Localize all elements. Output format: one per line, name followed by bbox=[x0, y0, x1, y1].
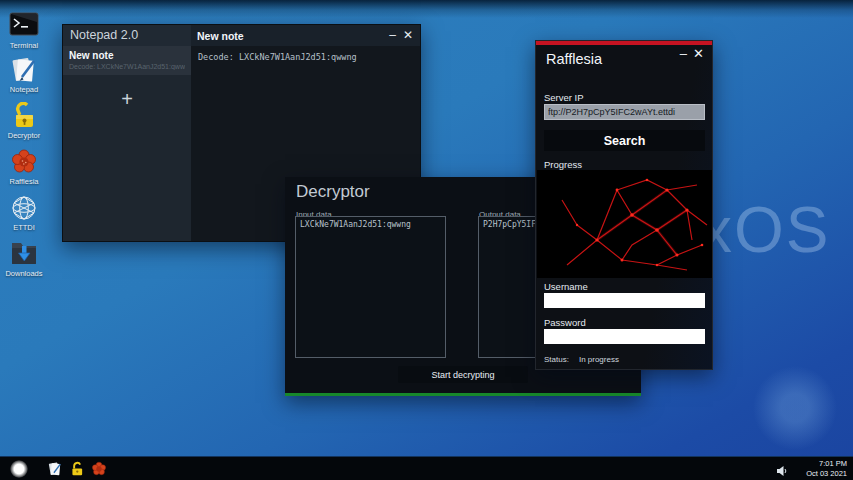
desktop-icon-label: Notepad bbox=[1, 85, 47, 94]
status-value: In progress bbox=[579, 355, 619, 364]
taskbar-clock[interactable]: 7:01 PM Oct 03 2021 bbox=[806, 459, 847, 479]
taskbar: 7:01 PM Oct 03 2021 bbox=[0, 456, 853, 480]
decryptor-window-title: Decryptor bbox=[296, 182, 370, 202]
terminal-icon bbox=[1, 12, 47, 40]
status-label: Status: bbox=[544, 355, 569, 364]
taskbar-notepad-icon[interactable] bbox=[47, 461, 63, 477]
taskbar-rafflesia-icon[interactable] bbox=[91, 461, 107, 477]
rafflesia-icon red-flower-icon bbox=[1, 148, 47, 176]
rafflesia-window: Rafflesia – ✕ Server IP Search Progress bbox=[535, 40, 713, 370]
minimize-button[interactable]: – bbox=[680, 46, 687, 61]
taskbar-decryptor-icon[interactable] bbox=[69, 461, 85, 477]
search-button[interactable]: Search bbox=[544, 130, 705, 151]
desktop-icon-terminal[interactable]: Terminal bbox=[1, 12, 47, 50]
clock-time: 7:01 PM bbox=[806, 459, 847, 469]
add-note-button plus-icon[interactable]: + bbox=[63, 88, 191, 111]
server-ip-input[interactable] bbox=[544, 104, 705, 120]
volume-icon[interactable] bbox=[776, 463, 788, 475]
progress-label: Progress bbox=[544, 159, 582, 170]
desktop-icon-ettdi[interactable]: ETTDI bbox=[1, 194, 47, 232]
notepad-sidebar: New note Decode: LXCkNe7W1AanJ2d51:qwwn … bbox=[63, 46, 191, 241]
input-data-field[interactable]: LXCkNe7W1AanJ2d51:qwwng bbox=[295, 216, 446, 358]
username-input[interactable] bbox=[544, 293, 705, 308]
notepad-active-note-title: New note bbox=[197, 30, 244, 42]
desktop-icon-label: Terminal bbox=[1, 41, 47, 50]
desktop-icon-label: Rafflesia bbox=[1, 177, 47, 186]
username-label: Username bbox=[544, 281, 588, 292]
close-button[interactable]: ✕ bbox=[403, 28, 413, 42]
server-ip-label: Server IP bbox=[544, 92, 584, 103]
decryptor-icon unlocked-padlock-icon bbox=[1, 102, 47, 130]
notepad-icon bbox=[1, 56, 47, 84]
desktop-icon-downloads[interactable]: Downloads bbox=[1, 240, 47, 278]
desktop-icon-label: Downloads bbox=[1, 269, 47, 278]
password-label: Password bbox=[544, 317, 586, 328]
desktop-icon-label: ETTDI bbox=[1, 223, 47, 232]
downloads-icon folder-download-icon bbox=[1, 240, 47, 268]
minimize-button[interactable]: – bbox=[389, 28, 396, 42]
close-button[interactable]: ✕ bbox=[693, 46, 704, 61]
ettdi-icon wireframe-globe-icon bbox=[1, 194, 47, 222]
desktop: xOS Terminal Notepad Decryptor Raffles bbox=[0, 0, 853, 480]
start-button[interactable] bbox=[10, 460, 28, 478]
notepad-window-title: Notepad 2.0 bbox=[70, 28, 138, 42]
notepad-titlebar[interactable]: Notepad 2.0 New note – ✕ bbox=[63, 25, 420, 46]
start-decrypting-button[interactable]: Start decrypting bbox=[398, 366, 528, 383]
desktop-icon-rafflesia[interactable]: Rafflesia bbox=[1, 148, 47, 186]
progress-visualization bbox=[537, 170, 712, 278]
input-data-value: LXCkNe7W1AanJ2d51:qwwng bbox=[300, 220, 441, 229]
clock-date: Oct 03 2021 bbox=[806, 469, 847, 479]
rafflesia-accent-bar bbox=[536, 41, 712, 45]
note-item-title: New note bbox=[69, 50, 185, 61]
desktop-icon-label: Decryptor bbox=[1, 131, 47, 140]
password-input[interactable] bbox=[544, 329, 705, 344]
notepad-note-list-item[interactable]: New note Decode: LXCkNe7W1AanJ2d51:qwwn bbox=[63, 46, 191, 75]
desktop-icon-notepad[interactable]: Notepad bbox=[1, 56, 47, 94]
os-watermark: xOS bbox=[700, 193, 830, 267]
desktop-icon-decryptor[interactable]: Decryptor bbox=[1, 102, 47, 140]
note-item-preview: Decode: LXCkNe7W1AanJ2d51:qwwn bbox=[69, 63, 185, 70]
status-line: Status:In progress bbox=[544, 355, 619, 364]
note-content-text: Decode: LXCkNe7W1AanJ2d51:qwwng bbox=[198, 52, 413, 62]
rafflesia-window-title: Rafflesia bbox=[546, 51, 602, 67]
